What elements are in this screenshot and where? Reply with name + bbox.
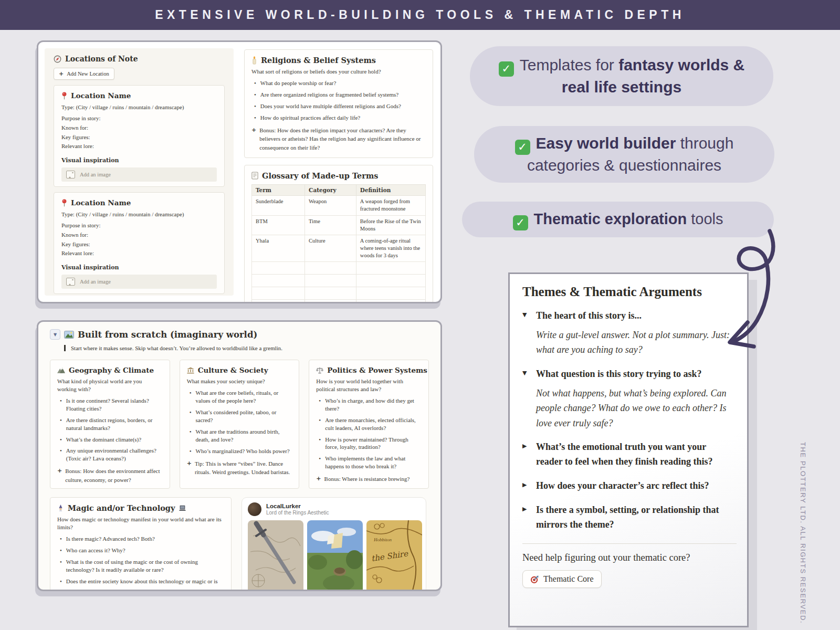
toggle-down-icon: ▼ — [522, 309, 530, 323]
glossary-header: Category — [305, 185, 356, 196]
memo-icon — [251, 172, 258, 180]
location-card: Location Name Type: (City / village / ru… — [54, 85, 225, 187]
themes-toggle-item[interactable]: ▶ What’s the emotional truth you want yo… — [522, 440, 737, 469]
location-name-title: Location Name — [71, 198, 131, 207]
magic-bullet: What is the cost of using the magic or t… — [66, 558, 224, 574]
check-icon: ✓ — [499, 61, 514, 77]
pin-icon — [61, 92, 67, 100]
candle-icon — [251, 56, 257, 65]
add-image-button[interactable]: Add an image — [61, 275, 217, 289]
bullet-icon: • — [254, 91, 256, 99]
religions-title: Religions & Belief Systems — [261, 56, 376, 65]
glossary-empty-row — [252, 287, 426, 300]
themes-toggle-item[interactable]: ▼ The heart of this story is... — [522, 309, 737, 323]
bullet-icon: • — [60, 447, 62, 463]
badge-world-builder: ✓Easy world builder through categories &… — [474, 126, 774, 183]
themes-toggle-item[interactable]: ▶ How does your character’s arc reflect … — [522, 479, 737, 494]
plus-icon: + — [251, 126, 256, 152]
religions-card: Religions & Belief Systems What sort of … — [244, 49, 433, 158]
plus-icon: + — [187, 459, 192, 477]
religion-bullet: What do people worship or fear? — [260, 79, 336, 87]
location-field: Known for: — [61, 124, 217, 131]
magic-intro: How does magic or technology manifest in… — [57, 516, 224, 531]
compass-icon — [54, 55, 61, 63]
toggle-right-icon: ▶ — [522, 479, 530, 494]
culture-bonus: Tip: This is where “vibes” live. Dance r… — [195, 459, 292, 477]
divider — [522, 543, 737, 544]
locations-title: Locations of Note — [65, 55, 138, 63]
embed-image-shire-map: Hobbiton the Shire — [366, 520, 422, 591]
geography-bonus: Bonus: How does the environment affect c… — [65, 467, 162, 484]
embed-image-sword-map — [248, 520, 303, 591]
religions-bonus: Bonus: How does the religion impact your… — [259, 126, 426, 152]
themes-card: Themes & Thematic Arguments ▼ The heart … — [508, 272, 749, 627]
copyright-watermark: THE PLOTTERY LTD. ALL RIGHTS RESERVED. — [799, 442, 807, 624]
religions-intro: What sort of religions or beliefs does y… — [251, 68, 426, 76]
religion-bullet: How do spiritual practices affect daily … — [260, 114, 360, 122]
glossary-row: Yhala Culture A coming-of-age ritual whe… — [252, 235, 426, 262]
embed-image-landscape — [307, 520, 363, 591]
classical-building-icon — [187, 367, 194, 374]
politics-bullet: How is power maintained? Through force, … — [325, 436, 422, 452]
pin-icon — [61, 199, 67, 207]
themes-toggle-item[interactable]: ▼ What question is this story trying to … — [522, 367, 737, 382]
culture-card: Culture & Society What makes your societ… — [180, 360, 300, 489]
bullet-icon: • — [60, 397, 62, 413]
picture-icon — [64, 331, 74, 339]
built-title: Built from scratch (imaginary world) — [78, 330, 257, 340]
glossary-row: BTM Time Before the Rise of the Twin Moo… — [252, 215, 426, 235]
culture-bullet: What’s considered polite, taboo, or sacr… — [196, 408, 292, 424]
visual-inspiration-heading: Visual inspiration — [61, 264, 217, 271]
politics-title: Politics & Power Systems — [327, 366, 427, 374]
bullet-icon: • — [319, 455, 321, 470]
toggle-right-icon: ▶ — [522, 503, 530, 532]
embed-subtitle: Lord of the Rings Aesthetic — [266, 510, 329, 516]
bullet-icon: • — [319, 416, 321, 432]
location-field: Relevant lore: — [61, 142, 217, 150]
magic-title: Magic and/or Technology — [68, 503, 175, 512]
add-image-button[interactable]: Add an image — [61, 167, 217, 182]
page: EXTENSIVE WORLD-BUILDING TOOLS & THEMATI… — [0, 0, 840, 630]
bullet-icon: • — [190, 428, 192, 444]
geography-card: Geography & Climate What kind of physica… — [50, 360, 170, 489]
religion-bullet: Does your world have multiple different … — [260, 102, 401, 110]
thematic-core-button[interactable]: Thematic Core — [522, 570, 602, 588]
politics-bonus: Bonus: Where is resistance brewing? — [324, 475, 410, 484]
geography-intro: What kind of physical world are you work… — [57, 377, 163, 393]
location-card: Location Name Type: (City / village / ru… — [54, 192, 225, 294]
mage-icon — [57, 505, 64, 512]
bullet-icon: • — [254, 79, 256, 87]
location-field: Relevant lore: — [61, 249, 217, 257]
themes-answer: Not what happens, but what’s being explo… — [536, 386, 733, 430]
politics-card: Politics & Power Systems How is your wor… — [309, 360, 429, 489]
bullet-icon: • — [319, 436, 321, 452]
social-embed-card[interactable]: LocalLurker Lord of the Rings Aesthetic — [242, 497, 426, 591]
built-quote: Start where it makes sense. Skip what do… — [64, 345, 429, 351]
religion-bullet: Are there organized religions or fragmen… — [260, 91, 398, 99]
bullet-icon: • — [190, 408, 192, 424]
glossary-table: Term Category Definition Sunderblade Wea… — [251, 184, 426, 303]
location-field: Purpose in story: — [61, 114, 217, 122]
themes-toggle-item[interactable]: ▶ Is there a symbol, setting, or relatio… — [522, 503, 737, 532]
bullet-icon: • — [60, 416, 62, 432]
laptop-icon — [178, 505, 186, 511]
magic-technology-card: Magic and/or Technology How does magic o… — [50, 497, 232, 591]
bullet-icon: • — [60, 436, 62, 444]
politics-bullet: Who implements the law and what happens … — [325, 455, 422, 470]
glossary-header: Definition — [356, 185, 425, 196]
magic-bullet: Is there magic? Advanced tech? Both? — [66, 535, 155, 543]
glossary-title: Glossary of Made-up Terms — [262, 171, 378, 180]
politics-bullet: Who’s in charge, and how did they get th… — [325, 397, 422, 413]
add-new-location-button[interactable]: + Add New Location — [54, 68, 114, 80]
locations-panel: Locations of Note + Add New Location Loc… — [37, 40, 442, 303]
location-field: Known for: — [61, 231, 217, 238]
magic-bullet: Who can access it? Why? — [66, 547, 125, 554]
toggle-icon[interactable]: ▼ — [50, 329, 60, 340]
geography-title: Geography & Climate — [69, 366, 154, 374]
glossary-empty-row — [252, 262, 426, 275]
plus-icon: + — [316, 475, 321, 484]
check-icon: ✓ — [515, 140, 530, 155]
built-from-scratch-panel: ▼ Built from scratch (imaginary world) S… — [37, 320, 442, 591]
themes-answer: Write a gut-level answer. Not a plot sum… — [536, 328, 733, 358]
religion-glossary-column: Religions & Belief Systems What sort of … — [244, 48, 434, 296]
